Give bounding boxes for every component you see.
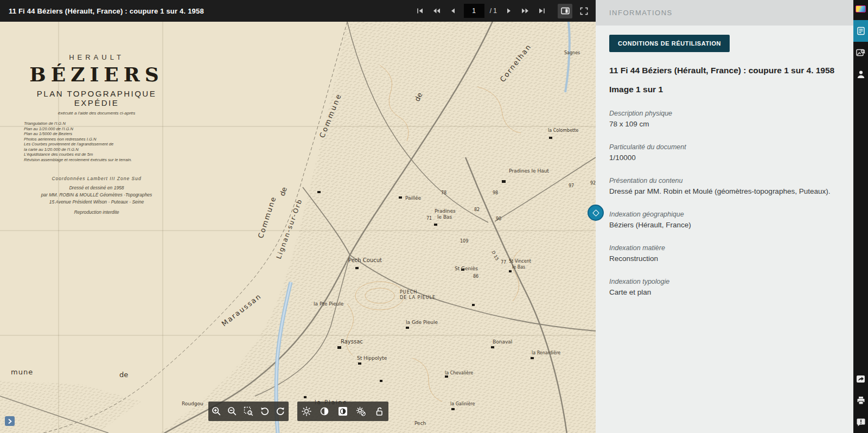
image-count-label: Image 1 sur 1 bbox=[609, 85, 837, 94]
conditions-reuse-button[interactable]: CONDITIONS DE RÉUTILISATION bbox=[609, 35, 730, 52]
zoom-selection-icon bbox=[244, 406, 253, 416]
zoom-in-button[interactable] bbox=[209, 404, 224, 418]
terrain-hatching-corner bbox=[0, 381, 141, 433]
person-icon bbox=[857, 70, 865, 79]
toggle-sidebar-layout-button[interactable] bbox=[558, 4, 572, 18]
image-search-button[interactable] bbox=[853, 42, 868, 63]
image-search-icon bbox=[856, 48, 865, 57]
share-button[interactable] bbox=[853, 368, 868, 390]
zoom-out-button[interactable] bbox=[225, 404, 239, 418]
printer-icon bbox=[857, 396, 865, 405]
panel-header: INFORMATIONS bbox=[596, 0, 853, 26]
map-place-label: de bbox=[119, 371, 128, 379]
metadata-field: Description physique 78 x 109 cm bbox=[609, 110, 837, 128]
zoom-out-icon bbox=[227, 406, 237, 416]
panel-header-label: INFORMATIONS bbox=[609, 9, 673, 17]
field-value: 1/10000 bbox=[609, 154, 837, 162]
map-place-label: la Galinière bbox=[450, 401, 475, 406]
rewind-button[interactable] bbox=[430, 4, 443, 17]
map-place-label: la Gde Pieule bbox=[406, 320, 438, 325]
field-label: Indexation typologie bbox=[609, 278, 837, 285]
document-lines-icon bbox=[857, 27, 865, 35]
field-value: Reconstruction bbox=[609, 254, 837, 263]
disable-filters-icon bbox=[356, 406, 366, 417]
field-value: Carte et plan bbox=[609, 288, 837, 296]
map-place-label: de bbox=[278, 186, 289, 197]
rotate-left-button[interactable] bbox=[258, 404, 272, 418]
previous-icon bbox=[450, 8, 456, 14]
contrast-icon bbox=[320, 406, 329, 416]
map-place-label: 97 bbox=[569, 183, 574, 188]
fullscreen-button[interactable] bbox=[577, 4, 591, 18]
rewind-icon bbox=[433, 8, 441, 14]
field-value: Dressé par MM. Robin et Moulé (géomètres… bbox=[609, 187, 837, 195]
map-place-label: St Vincent bbox=[509, 259, 531, 264]
fast-forward-icon bbox=[521, 8, 529, 14]
map-place-label: mune bbox=[11, 368, 33, 376]
map-place-label: St Hippolyte bbox=[357, 355, 387, 361]
map-place-label: la Colombette bbox=[548, 128, 578, 133]
previous-page-button[interactable] bbox=[446, 4, 459, 17]
print-button[interactable] bbox=[853, 390, 868, 411]
field-value: 78 x 109 cm bbox=[609, 120, 837, 128]
user-account-button[interactable] bbox=[853, 63, 868, 85]
informations-tab-button[interactable] bbox=[853, 20, 868, 42]
diamond-icon bbox=[592, 209, 599, 217]
collapse-panel-button[interactable] bbox=[588, 205, 604, 221]
last-page-button[interactable] bbox=[535, 4, 548, 17]
map-place-label: le Bas bbox=[512, 265, 525, 270]
metadata-field: Indexation matière Reconstruction bbox=[609, 244, 837, 263]
map-place-label: la Renardière bbox=[532, 350, 560, 355]
contrast-button[interactable] bbox=[317, 404, 331, 418]
page-input[interactable] bbox=[464, 4, 484, 18]
map-place-label: la Pte Pieule bbox=[314, 301, 344, 307]
map-place-label: Pradines bbox=[435, 208, 456, 214]
document-viewer: 11 Fi 44 Béziers (Hérault, France) : cou… bbox=[0, 0, 596, 433]
rotate-right-icon bbox=[276, 406, 285, 416]
terrain-hatching bbox=[160, 22, 596, 433]
map-place-label: Roudgou bbox=[182, 401, 203, 406]
report-problem-button[interactable] bbox=[853, 411, 868, 433]
map-place-label: Rayssac bbox=[341, 339, 363, 345]
metadata-field: Particularité du document 1/10000 bbox=[609, 143, 837, 162]
map-place-label: 78 bbox=[441, 190, 446, 195]
invert-colors-button[interactable] bbox=[336, 404, 350, 418]
viewer-topbar: 11 Fi 44 Béziers (Hérault, France) : cou… bbox=[0, 0, 596, 22]
map-place-label: 71 bbox=[426, 216, 432, 221]
first-page-icon bbox=[417, 8, 424, 14]
map-place-label: St Geniès bbox=[455, 266, 478, 271]
record-title: 11 Fi 44 Béziers (Hérault, France) : cou… bbox=[609, 65, 851, 76]
brightness-button[interactable] bbox=[299, 404, 314, 418]
map-place-label: la Chevalière bbox=[445, 370, 473, 375]
panel-body: CONDITIONS DE RÉUTILISATION 11 Fi 44 Béz… bbox=[596, 26, 853, 296]
map-image: CommunedeCornelhandeCommuneLignan-sur-Or… bbox=[0, 22, 596, 433]
expand-thumbnails-button[interactable] bbox=[5, 416, 15, 426]
view-controls bbox=[558, 4, 591, 18]
next-page-button[interactable] bbox=[502, 4, 515, 17]
map-place-label: 109 bbox=[460, 239, 468, 244]
rotate-right-button[interactable] bbox=[273, 404, 288, 418]
field-value: Béziers (Hérault, France) bbox=[609, 221, 837, 229]
page-count-label: / 1 bbox=[490, 7, 497, 15]
site-logo[interactable] bbox=[856, 5, 866, 12]
map-canvas[interactable]: CommunedeCornelhandeCommuneLignan-sur-Or… bbox=[0, 22, 596, 433]
side-icon-strip bbox=[853, 0, 868, 433]
first-page-button[interactable] bbox=[414, 4, 427, 17]
brightness-icon bbox=[302, 406, 311, 416]
map-place-label: 77 bbox=[501, 260, 506, 265]
disable-filters-button[interactable] bbox=[354, 404, 368, 418]
metadata-field: Indexation géographique Béziers (Hérault… bbox=[609, 211, 837, 229]
page-navigation: / 1 bbox=[414, 4, 548, 18]
map-place-label: Sagnes bbox=[564, 50, 580, 55]
map-place-label: Maraussan bbox=[220, 292, 263, 328]
map-place-label: 90 bbox=[496, 217, 501, 221]
lock-button[interactable] bbox=[372, 404, 386, 418]
fast-forward-button[interactable] bbox=[519, 4, 532, 17]
field-label: Description physique bbox=[609, 110, 837, 117]
rotate-left-icon bbox=[260, 406, 270, 416]
feedback-exclamation-icon bbox=[857, 418, 865, 426]
map-place-label: Pradines le Haut bbox=[509, 168, 549, 174]
map-place-label: Pech Coucut bbox=[348, 257, 382, 263]
fullscreen-icon bbox=[580, 7, 588, 15]
zoom-selection-button[interactable] bbox=[241, 404, 256, 418]
